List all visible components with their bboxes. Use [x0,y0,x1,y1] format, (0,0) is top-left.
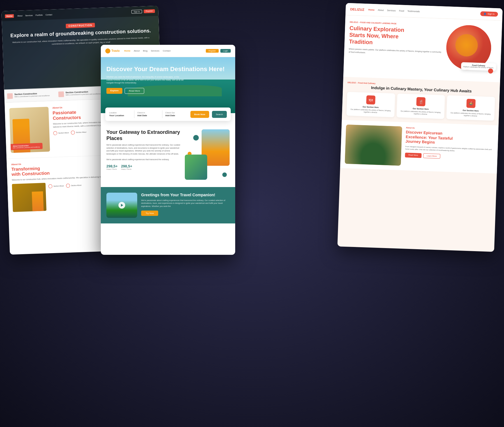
tv-gateway-title: Your Gateway to Extraordinary Places [106,129,180,141]
tv-stat-1: 298,5+ Happy Clients [106,164,118,170]
fs-card-2: 🍴 Our Section Here Our platform celebrat… [396,94,445,119]
fs-nav-food[interactable]: Food [399,10,404,12]
fs-hero-description: Where passion meets palette. Our platfor… [349,48,442,57]
fs-cards-container: 🍽 Our Section Here Our platform celebrat… [346,92,495,121]
tv-checkout-field[interactable]: Check Out Add Date [165,112,187,117]
fs-about-section: About Us Discover Epicurean Excellence: … [340,120,499,173]
cs-nav-contact[interactable]: Contact [45,13,52,16]
fs-card-desc-3: Our platform celebrates the artistry of … [449,112,492,118]
tv-greeting-title: Greetings from Your Travel Companion! [141,193,230,197]
tv-logo-icon [105,48,110,53]
tv-hero-buttons: Explore Read More [106,88,225,94]
tv-read-more-button[interactable]: Read More [125,88,144,94]
tv-search-button[interactable]: Search [212,111,227,118]
tv-gateway-section: Your Gateway to Extraordinary Places We'… [101,121,235,184]
cs-section-mini-icon-1 [53,131,57,135]
cs-section-mini-icon-2 [71,131,75,135]
cs-nav-buttons: Sign In Register [131,9,155,13]
cs-nav-about[interactable]: About [17,15,23,17]
tv-gateway-layout: Your Gateway to Extraordinary Places We'… [106,129,230,180]
fs-learn-more-button[interactable]: Learn More [423,153,440,159]
fs-nav-testimonials[interactable]: Testimonials [407,10,420,13]
cs-nav-services[interactable]: Services [25,14,33,17]
cs-section-mini-1: Section About [53,131,69,135]
cs-about-image: About Construction With commitment, prec… [9,107,50,153]
fs-card-3: 🍲 Our Section Here Our platform celebrat… [446,95,495,121]
fs-about-title: Discover Epicurean Excellence: Your Tast… [405,130,494,147]
tv-logo-text: Travio [111,49,120,52]
fs-decorative-dot [488,68,493,74]
cs-nav-portfolio[interactable]: Portfolio [36,14,43,16]
tv-location-label: Location [109,112,131,114]
tv-play-button[interactable] [118,202,125,209]
fs-hero-content: DELIZUZ – Food And Culinary Landing Page… [348,21,443,74]
tv-register-button[interactable]: Register [206,49,219,53]
tv-stat-2: 298,5+ Happy Clients [121,164,132,170]
cs-section-item-1: Section Construction With a commitment t… [7,92,56,99]
cs-nav-links: About Services Portfolio Contact [17,13,52,17]
tv-nav-links: Home About Blog Services Contact [124,50,170,52]
cs-section-mini-2: Section About [71,130,86,135]
tv-login-button[interactable]: Login [220,49,231,53]
fs-nav-home[interactable]: Home [368,8,375,11]
tv-checkin-field[interactable]: Check In Add Date [137,112,159,117]
fs-signin-button[interactable]: 👤 Sign In [480,11,498,17]
tv-stat-label-1: Happy Clients [106,168,118,170]
tv-explore-button[interactable]: Explore [106,88,122,94]
fs-pizza-image [455,34,478,57]
tv-gateway-description-2: We're passionate about crafting experien… [106,158,180,161]
fs-nav-links: Home About Services Food Testimonials [368,8,420,13]
tv-location-field[interactable]: Location Your Location [109,112,131,117]
cs-register-button[interactable]: Register [144,9,155,13]
tv-hero-section: Discover Your Dream Destinations Here! W… [101,57,235,113]
tv-gateway-content: Your Gateway to Extraordinary Places We'… [106,129,180,180]
tv-stat-num-1: 298,5+ [106,164,118,168]
tv-dot-teal [193,135,199,141]
tv-secondary-image [185,155,207,180]
fs-about-image [345,125,402,166]
tv-stat-num-2: 298,5+ [121,164,132,168]
fs-card-desc-1: Our platform celebrates the artistry of … [349,108,392,114]
tv-nav-buttons: Register Login [206,49,231,53]
fs-read-more-button[interactable]: Read More [405,153,421,158]
fs-card-1: 🍽 Our Section Here Our platform celebrat… [346,92,395,117]
tv-dot-teal-2 [222,172,227,177]
tv-logo: Travio [105,48,120,53]
tv-hero-content: Discover Your Dream Destinations Here! W… [106,66,225,94]
cs-worker-figure-2 [32,191,44,211]
tv-nav-contact[interactable]: Contact [163,50,171,52]
tv-stats: 298,5+ Happy Clients 298,5+ Happy Client… [106,164,180,170]
fs-about-content: About Us Discover Epicurean Excellence: … [405,127,494,169]
fs-card-icon-3: 🍲 [466,99,475,108]
fs-card-icon-1: 🍽 [366,95,375,104]
tv-hero-title: Discover Your Dream Destinations Here! [106,66,225,73]
fs-mid-section: DELIZUZ – Food And Culinary Indulge in C… [342,77,500,125]
tv-stat-label-2: Happy Clients [121,168,132,170]
tv-search-divider-2 [162,110,162,118]
cs-logo: Home [5,14,14,18]
fs-about-image-inner [345,125,402,166]
tv-greeting-description: We're passionate about crafting experien… [141,199,230,208]
cs-section-item-2: Section Construction With a commitment t… [58,90,107,97]
tv-try-now-button[interactable]: Try Now [141,211,158,216]
tv-greeting-content: Greetings from Your Travel Companion! We… [141,193,230,216]
tv-nav-services[interactable]: Services [151,50,160,52]
tv-nav-blog[interactable]: Blog [143,50,148,52]
tv-nav-about[interactable]: About [134,50,140,52]
tv-search-divider-1 [134,110,134,118]
fs-nav-about[interactable]: About [378,9,384,11]
fs-nav-services[interactable]: Services [387,9,396,12]
tv-checkout-value: Add Date [165,114,187,117]
cs-signin-button[interactable]: Sign In [131,10,142,13]
fs-about-description: From indulgent Desserts to savory cuisin… [405,145,493,153]
cs-hero-badge: CONSTRUCTION [66,23,95,28]
tv-search-bar: Location Your Location Check In Add Date… [105,108,231,121]
tv-book-now-button[interactable]: Book Now [190,111,209,118]
travel-website: Travio Home About Blog Services Contact … [101,45,235,255]
cs-about-badge: About Construction With commitment, prec… [11,143,43,150]
tv-nav-home[interactable]: Home [124,50,130,52]
cs-about2-icon-1 [48,184,52,188]
tv-location-value: Your Location [109,114,131,117]
cs-about2-section-2: Section About [66,183,81,188]
fs-hero-section: DELIZUZ – Food And Culinary Landing Page… [343,15,502,82]
